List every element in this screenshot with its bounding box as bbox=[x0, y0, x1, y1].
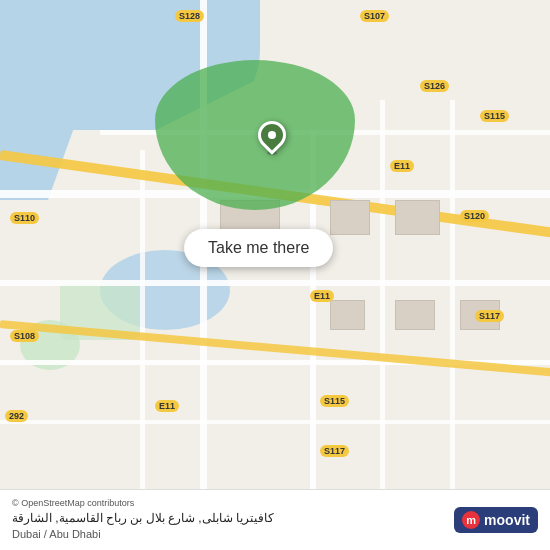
pin-circle bbox=[252, 115, 292, 155]
map-container: S128 S107 S126 S115 S110 E11 E11 E11 S12… bbox=[0, 0, 550, 550]
bottom-bar: © OpenStreetMap contributors كافيتريا شا… bbox=[0, 489, 550, 550]
location-name: كافيتريا شابلى, شارع بلال بن رباح القاسم… bbox=[12, 510, 446, 527]
building-2 bbox=[330, 200, 370, 235]
location-info: © OpenStreetMap contributors كافيتريا شا… bbox=[12, 498, 446, 542]
road-label-s115-a: S115 bbox=[480, 110, 509, 122]
building-4 bbox=[330, 300, 365, 330]
road-label-s108: S108 bbox=[10, 330, 39, 342]
moovit-m-icon: m bbox=[462, 511, 480, 529]
road-v4 bbox=[450, 100, 455, 500]
road-label-s117-a: S117 bbox=[475, 310, 504, 322]
road-v5 bbox=[140, 150, 145, 500]
road-label-s117-b: S117 bbox=[320, 445, 349, 457]
road-label-292: 292 bbox=[5, 410, 28, 422]
road-label-s128: S128 bbox=[175, 10, 204, 22]
road-h2 bbox=[0, 280, 550, 286]
road-label-e11-b: E11 bbox=[310, 290, 334, 302]
road-label-e11-c: E11 bbox=[155, 400, 179, 412]
moovit-logo: m moovit bbox=[454, 507, 538, 533]
road-label-s126: S126 bbox=[420, 80, 449, 92]
osm-credit: © OpenStreetMap contributors bbox=[12, 498, 446, 508]
road-v3 bbox=[380, 100, 385, 500]
map-pin bbox=[258, 121, 286, 155]
road-label-s115-b: S115 bbox=[320, 395, 349, 407]
building-5 bbox=[395, 300, 435, 330]
road-label-e11-a: E11 bbox=[390, 160, 414, 172]
location-city: Dubai / Abu Dhabi bbox=[12, 527, 446, 542]
moovit-text: moovit bbox=[484, 512, 530, 528]
building-3 bbox=[395, 200, 440, 235]
take-me-there-button[interactable]: Take me there bbox=[184, 229, 333, 267]
pin-inner bbox=[268, 131, 276, 139]
road-label-s120: S120 bbox=[460, 210, 489, 222]
road-label-s110: S110 bbox=[10, 212, 39, 224]
road-label-s107: S107 bbox=[360, 10, 389, 22]
road-h4 bbox=[0, 420, 550, 424]
